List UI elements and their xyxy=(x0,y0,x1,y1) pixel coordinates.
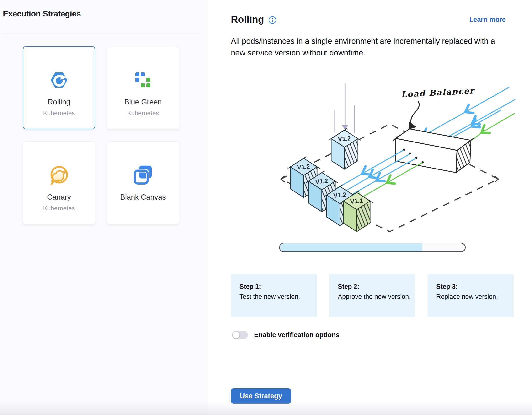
rollout-progress-bar xyxy=(279,243,466,252)
rollout-progress-fill xyxy=(280,243,422,251)
pod-version-label: V1.2 xyxy=(315,177,328,186)
learn-more-link[interactable]: Learn more xyxy=(469,16,506,23)
strategy-card-blank-canvas[interactable]: Blank Canvas xyxy=(107,141,179,225)
pod-version-label: V1.2 xyxy=(297,163,310,171)
strategy-description: All pods/instances in a single environme… xyxy=(231,35,512,59)
strategy-steps: Step 1: Test the new version. Step 2: Ap… xyxy=(231,275,514,317)
toggle-knob xyxy=(233,331,240,338)
rolling-icon xyxy=(48,69,69,91)
strategy-subtitle: Kubernetes xyxy=(43,109,75,117)
strategy-card-blue-green[interactable]: Blue Green Kubernetes xyxy=(107,46,179,129)
step-text: Approve the new version. xyxy=(338,293,415,300)
load-balancer-label: Load Balancer xyxy=(401,86,475,99)
strategy-card-grid: Rolling Kubernetes Blue Green Kubernetes xyxy=(23,46,208,225)
sidebar-divider xyxy=(2,34,200,34)
step-card-3: Step 3: Replace new version. xyxy=(428,275,514,317)
step-label: Step 2: xyxy=(338,283,415,290)
step-label: Step 1: xyxy=(239,283,317,290)
incoming-pod-cube xyxy=(329,128,361,169)
load-balancer-pointer-arrow xyxy=(410,101,419,128)
pod-version-label: V1.2 xyxy=(338,135,351,143)
strategy-name: Blank Canvas xyxy=(120,193,166,201)
step-card-1: Step 1: Test the new version. xyxy=(231,275,317,317)
step-text: Test the new version. xyxy=(239,293,317,300)
page-title: Execution Strategies xyxy=(3,9,208,18)
strategy-name: Canary xyxy=(47,193,71,201)
step-card-2: Step 2: Approve the new version. xyxy=(329,275,415,317)
canary-icon xyxy=(48,164,70,186)
pod-version-label: V1.2 xyxy=(333,191,346,199)
strategy-subtitle: Kubernetes xyxy=(43,205,75,212)
strategy-card-canary[interactable]: Canary Kubernetes xyxy=(23,141,95,225)
step-label: Step 3: xyxy=(436,283,514,290)
detail-title: Rolling xyxy=(231,14,264,25)
pod-version-label: V1.1 xyxy=(350,197,363,205)
verification-toggle-row: Enable verification options xyxy=(231,331,514,339)
strategy-name: Rolling xyxy=(48,98,70,106)
strategy-detail-panel: Rolling Learn more All pods/instances in… xyxy=(208,0,532,415)
enable-verification-toggle[interactable] xyxy=(232,331,248,339)
load-balancer-box xyxy=(393,127,474,173)
rolling-strategy-illustration: Load Balancer xyxy=(275,79,516,234)
info-icon[interactable] xyxy=(268,16,276,24)
blue-green-icon xyxy=(135,69,151,91)
strategy-card-rolling[interactable]: Rolling Kubernetes xyxy=(23,46,95,129)
strategies-sidebar: Execution Strategies Rolling Kubernetes xyxy=(0,0,208,415)
step-text: Replace new version. xyxy=(436,293,514,300)
strategy-name: Blue Green xyxy=(124,98,162,106)
strategy-subtitle: Kubernetes xyxy=(127,109,159,117)
blank-canvas-icon xyxy=(132,164,154,186)
enable-verification-label: Enable verification options xyxy=(254,331,340,339)
crane-strings xyxy=(335,83,355,133)
use-strategy-button[interactable]: Use Strategy xyxy=(231,388,291,404)
